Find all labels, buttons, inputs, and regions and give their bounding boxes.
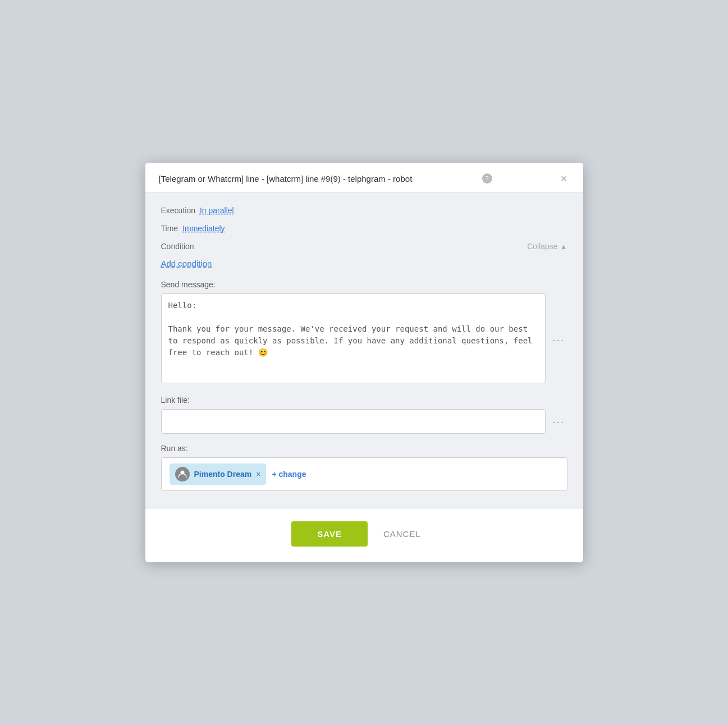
time-row: Time Immediately bbox=[161, 224, 567, 233]
dialog-header: [Telegram or Whatcrm] line - [whatcrm] l… bbox=[145, 163, 583, 192]
change-user-button[interactable]: + change bbox=[272, 470, 306, 479]
dialog-footer: SAVE CANCEL bbox=[145, 509, 583, 562]
help-icon[interactable]: ? bbox=[482, 173, 492, 183]
condition-section: Condition Collapse ▲ Add condition bbox=[161, 242, 567, 269]
dialog-title: [Telegram or Whatcrm] line - [whatcrm] l… bbox=[159, 174, 413, 183]
link-file-label: Link file: bbox=[161, 396, 567, 405]
time-value[interactable]: Immediately bbox=[182, 224, 225, 233]
user-tag-remove-button[interactable]: × bbox=[256, 470, 260, 479]
link-file-row: ··· bbox=[161, 409, 567, 434]
collapse-label: Collapse bbox=[527, 242, 557, 251]
run-as-section: Run as: Pimento Dream × + change bbox=[161, 444, 567, 491]
link-file-input[interactable] bbox=[161, 409, 546, 434]
close-button[interactable]: × bbox=[558, 173, 570, 184]
add-condition-button[interactable]: Add condition bbox=[161, 259, 212, 268]
condition-header: Condition Collapse ▲ bbox=[161, 242, 567, 251]
avatar bbox=[175, 467, 190, 481]
message-options-button[interactable]: ··· bbox=[550, 333, 567, 346]
run-as-box: Pimento Dream × + change bbox=[161, 457, 567, 491]
execution-row: Execution In parallel bbox=[161, 206, 567, 215]
execution-label: Execution bbox=[161, 206, 195, 215]
link-file-section: Link file: ··· bbox=[161, 396, 567, 434]
condition-label: Condition bbox=[161, 242, 194, 251]
message-textarea[interactable]: Hello: Thank you for your message. We've… bbox=[161, 293, 546, 383]
cancel-button[interactable]: CANCEL bbox=[368, 521, 437, 547]
send-message-section: Send message: Hello: Thank you for your … bbox=[161, 280, 567, 386]
chevron-up-icon: ▲ bbox=[560, 242, 567, 251]
collapse-button[interactable]: Collapse ▲ bbox=[527, 242, 567, 251]
send-message-label: Send message: bbox=[161, 280, 567, 289]
dialog: [Telegram or Whatcrm] line - [whatcrm] l… bbox=[145, 163, 583, 562]
dialog-body: Execution In parallel Time Immediately C… bbox=[145, 192, 583, 509]
save-button[interactable]: SAVE bbox=[291, 521, 368, 547]
textarea-container: Hello: Thank you for your message. We've… bbox=[161, 293, 546, 386]
run-as-label: Run as: bbox=[161, 444, 567, 453]
time-label: Time bbox=[161, 224, 178, 233]
user-tag: Pimento Dream × bbox=[170, 464, 267, 485]
user-name: Pimento Dream bbox=[194, 470, 252, 479]
message-textarea-wrapper: Hello: Thank you for your message. We've… bbox=[161, 293, 567, 386]
link-file-options-button[interactable]: ··· bbox=[550, 415, 567, 428]
execution-value[interactable]: In parallel bbox=[200, 206, 234, 215]
